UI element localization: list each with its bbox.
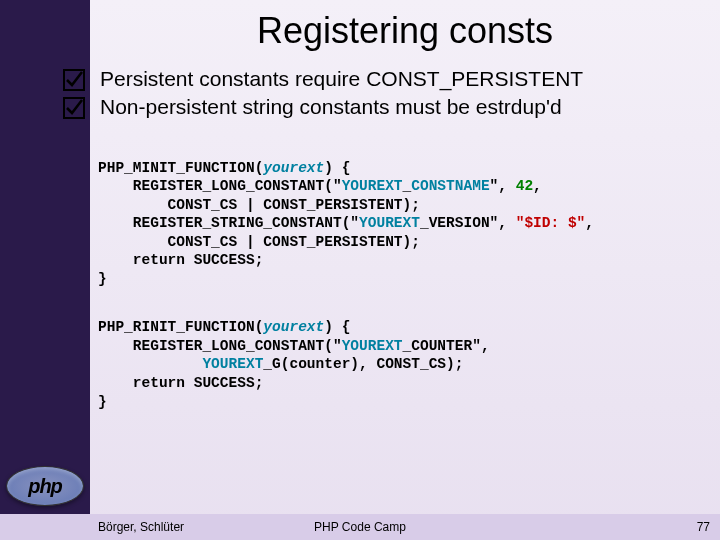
- bullet-item: Non-persistent string constants must be …: [100, 94, 720, 120]
- checkbox-icon: [62, 96, 86, 120]
- bullet-list: Persistent constants require CONST_PERSI…: [90, 66, 720, 121]
- slide-content: Registering consts Persistent constants …: [90, 0, 720, 540]
- bullet-text: Non-persistent string constants must be …: [100, 94, 562, 120]
- checkbox-icon: [62, 68, 86, 92]
- footer-page-number: 77: [697, 520, 710, 534]
- code-block-rinit: PHP_RINIT_FUNCTION(yourext) { REGISTER_L…: [98, 318, 716, 411]
- php-logo: php: [6, 466, 84, 506]
- bullet-item: Persistent constants require CONST_PERSI…: [100, 66, 720, 92]
- footer-title: PHP Code Camp: [0, 520, 720, 534]
- slide-title: Registering consts: [90, 0, 720, 66]
- footer: Börger, Schlüter PHP Code Camp 77: [0, 514, 720, 540]
- php-logo-text: php: [28, 475, 62, 498]
- bullet-text: Persistent constants require CONST_PERSI…: [100, 66, 583, 92]
- code-block-minit: PHP_MINIT_FUNCTION(yourext) { REGISTER_L…: [98, 159, 716, 289]
